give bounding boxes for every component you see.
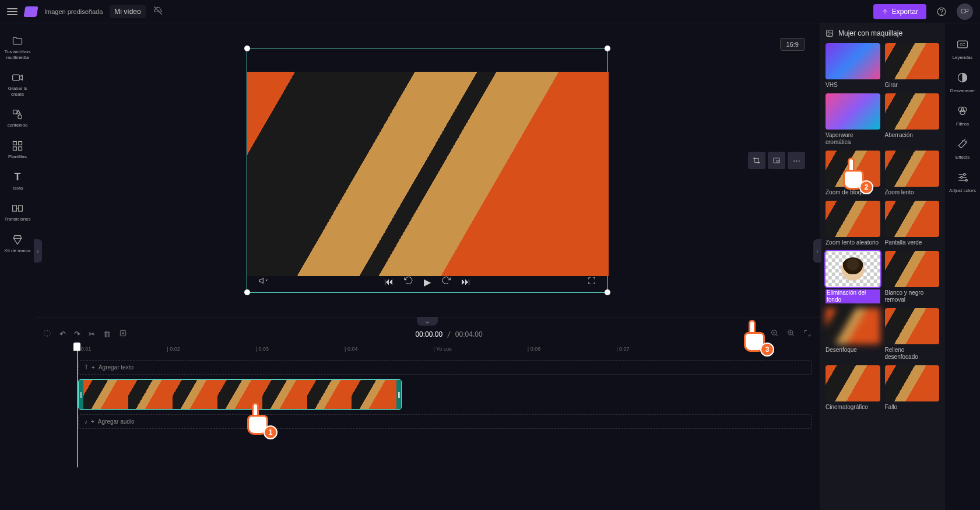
ruler-mark: | 0:06 [528,346,540,352]
svg-point-23 [961,107,966,111]
fit-button[interactable] [803,329,812,339]
zoom-out-button[interactable] [771,329,779,339]
effect-vhs[interactable]: VHS [826,43,880,89]
effect-blanco-y-negro-removal[interactable]: Blanco y negro removal [885,251,940,303]
next-button[interactable]: ⏭ [461,277,470,287]
clip-toolbar: ⋯ [748,152,805,169]
effect-cinematográfico[interactable]: Cinematográfico [826,365,880,411]
redo-button[interactable]: ↷ [74,330,80,338]
expand-right-handle[interactable]: ‹ [813,239,821,263]
svg-point-5 [18,115,22,119]
svg-rect-4 [13,110,17,114]
svg-rect-6 [13,141,17,145]
help-button[interactable] [933,4,950,20]
effect-fallo[interactable]: Fallo [885,365,940,411]
resize-handle-bl[interactable] [244,289,250,295]
more-button[interactable]: ⋯ [788,152,805,169]
pip-button[interactable] [768,152,785,169]
collapse-timeline-button[interactable]: ⌄ [417,317,438,326]
rewind-button[interactable] [404,276,413,288]
effect-zoom-lento[interactable]: Zoom lento [885,151,940,196]
sidebar-grid[interactable]: Plantillas [0,135,35,165]
effect-eliminación-del-fondo[interactable]: Eliminación del fondo [826,251,880,303]
forward-button[interactable] [441,276,451,288]
svg-point-24 [960,110,965,114]
undo-button[interactable]: ↶ [59,330,66,338]
export-button[interactable]: Exportar [873,4,926,19]
svg-point-18 [828,32,829,33]
sidebar-kit[interactable]: Kit de marca [0,229,35,259]
user-avatar[interactable]: CP [957,4,973,20]
effect-girar[interactable]: Girar [885,43,940,89]
left-sidebar: Tus archivos multimediaGrabar & createco… [0,23,35,510]
clip-thumbnail [173,380,217,409]
zoom-in-button[interactable] [787,329,795,339]
svg-rect-10 [13,205,17,211]
svg-line-0 [154,6,162,15]
sidebar-text[interactable]: TTexto [0,167,35,196]
resize-handle-br[interactable] [605,289,610,295]
cut-button[interactable]: ✂ [89,330,95,338]
add-text-track[interactable]: T+Agregar texto [78,360,812,375]
svg-rect-3 [13,75,20,81]
effect-relleno-desenfocado[interactable]: Relleno desenfocado [885,308,940,361]
rightbar-wand[interactable]: Effects [945,135,980,163]
tutorial-pointer-1: 1 [244,403,273,435]
export-clip-button[interactable] [119,329,127,339]
svg-point-26 [961,176,963,178]
clip-handle-left[interactable]: ‖ [79,380,83,409]
rightbar-fade[interactable]: Desvanecer [945,68,980,97]
menu-button[interactable] [7,8,17,15]
svg-text:CC: CC [960,43,965,47]
image-icon [826,29,834,37]
resize-handle-tl[interactable] [244,46,250,51]
time-ruler[interactable]: | 0:01| 0:02| 0:03| 0:04| Yo cos| 0:06| … [70,343,820,355]
sidebar-transitions[interactable]: Transiciones [0,198,35,227]
add-audio-track[interactable]: ♪+Agregar audio [78,414,812,429]
effect-vaporware-cromática[interactable]: Vaporware cromática [826,93,880,146]
aspect-ratio-badge[interactable]: 16:9 [780,38,805,51]
ruler-mark: | Yo cos [433,346,451,352]
ruler-mark: | 0:03 [256,346,269,352]
svg-rect-9 [19,147,22,151]
preview-image [247,72,609,276]
player-controls: ⏮ ▶ ⏭ [247,276,607,288]
play-button[interactable]: ▶ [424,277,431,288]
sidebar-camera[interactable]: Grabar & create [0,67,35,102]
sidebar-shapes[interactable]: contenido [0,104,35,133]
project-name[interactable]: Mi vídeo [110,5,145,18]
rightbar-filters[interactable]: Filtros [945,102,980,130]
resize-handle-tr[interactable] [605,46,610,51]
svg-rect-8 [13,147,17,151]
delete-button[interactable]: 🗑 [103,330,111,338]
magic-button[interactable] [43,329,51,339]
effect-pantalla-verde[interactable]: Pantalla verde [885,201,940,246]
rightbar-adjust[interactable]: Adjust colors [945,168,980,197]
top-bar: Imagen prediseñada Mi vídeo Exportar CP [0,0,980,23]
svg-point-2 [942,14,942,15]
video-clip[interactable]: ‖ ‖ [78,379,402,410]
effects-panel: Mujer con maquillaje VHSGirarVaporware c… [820,23,945,510]
panel-title: Mujer con maquillaje [838,29,902,37]
tutorial-pointer-2: 2 [840,158,869,190]
preview-frame[interactable]: ⏮ ▶ ⏭ [247,48,608,293]
preset-label: Imagen prediseñada [44,8,103,15]
cloud-off-icon[interactable] [153,5,163,18]
effect-zoom-lento-aleatorio[interactable]: Zoom lento aleatorio [826,201,880,246]
ruler-mark: | 0:04 [345,346,357,352]
sidebar-folder[interactable]: Tus archivos multimedia [0,30,35,65]
clip-handle-right[interactable]: ‖ [396,380,401,409]
mute-button[interactable] [259,276,268,288]
prev-button[interactable]: ⏮ [384,277,394,287]
clip-thumbnail [83,380,128,409]
effect-desenfoque[interactable]: Desenfoque [826,308,880,361]
fullscreen-button[interactable] [588,277,596,287]
clip-thumbnail [352,380,396,409]
svg-rect-7 [19,141,22,145]
svg-rect-13 [777,160,779,162]
effect-aberración[interactable]: Aberración [885,93,940,146]
time-display: 00:00.00 / 00:04.00 [135,330,763,338]
rightbar-cc[interactable]: CCLeyendas [945,35,980,64]
crop-button[interactable] [748,152,765,169]
preview-area: 16:9 ⋯ ⏮ ▶ ⏭ [35,23,820,317]
